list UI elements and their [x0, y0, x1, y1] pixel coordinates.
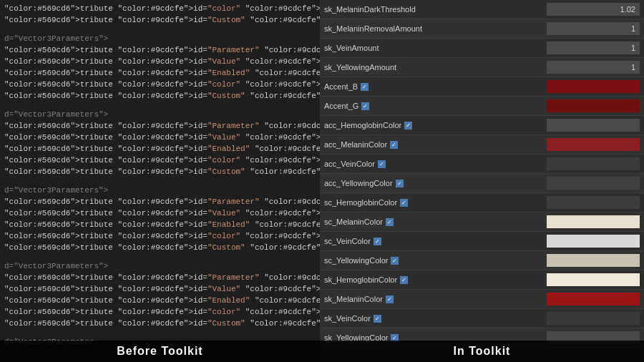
checkbox[interactable]: ✓ — [361, 83, 369, 91]
code-line: "color:#569cd6">tribute "color:#9cdcfe">… — [4, 242, 316, 253]
color-swatch[interactable] — [547, 312, 640, 325]
checkbox[interactable]: ✓ — [400, 276, 408, 284]
checkbox[interactable]: ✓ — [378, 160, 386, 168]
code-line — [4, 253, 316, 260]
code-line: "color:#569cd6">tribute "color:#9cdcfe">… — [4, 230, 316, 242]
checkbox[interactable]: ✓ — [396, 180, 404, 187]
prop-value-num[interactable]: 1 — [547, 41, 640, 54]
code-line: "color:#569cd6">tribute "color:#9cdcfe">… — [4, 56, 316, 67]
checkbox[interactable]: ✓ — [374, 238, 381, 245]
color-swatch[interactable] — [547, 235, 640, 248]
code-line: "color:#569cd6">tribute "color:#9cdcfe">… — [4, 318, 316, 329]
prop-row: Accent_G✓ — [320, 97, 644, 116]
code-line: "color:#569cd6">tribute "color:#9cdcfe">… — [4, 283, 316, 295]
prop-row: acc_VeinColor✓ — [320, 155, 644, 174]
right-panel: sk_MelaninDarkThreshold1.02sk_MelaninRem… — [320, 0, 644, 362]
prop-name-label: sk_YellowingAmount — [324, 63, 547, 72]
prop-name-label: acc_MelaninColor✓ — [324, 140, 547, 149]
prop-row: acc_HemoglobinColor✓ — [320, 116, 644, 135]
prop-row: acc_YellowingColor✓ — [320, 174, 644, 193]
prop-row: sc_YellowingColor✓ — [320, 251, 644, 270]
left-panel: "color:#569cd6">tribute "color:#9cdcfe">… — [0, 0, 320, 362]
prop-row: sc_HemoglobinColor✓ — [320, 193, 644, 212]
prop-value-num[interactable]: 1.02 — [547, 3, 640, 16]
code-line: d="Vector3Parameters"> — [4, 109, 316, 120]
checkbox[interactable]: ✓ — [404, 122, 412, 129]
code-line: d="Vector3Parameters"> — [4, 33, 316, 44]
color-swatch[interactable] — [547, 157, 640, 170]
left-footer: Before Toolkit — [0, 341, 320, 362]
code-line: "color:#569cd6">tribute "color:#9cdcfe">… — [4, 207, 316, 219]
code-line — [4, 329, 316, 336]
right-footer-text: In Toolkit — [454, 345, 511, 357]
prop-name-label: Accent_G✓ — [324, 102, 547, 110]
prop-name-label: acc_VeinColor✓ — [324, 160, 547, 168]
prop-name-label: sk_MelaninDarkThreshold — [324, 5, 547, 14]
code-line: d="Vector3Parameters"> — [4, 260, 316, 272]
color-swatch[interactable] — [547, 80, 640, 93]
prop-name-label: acc_YellowingColor✓ — [324, 179, 547, 187]
prop-name-label: acc_HemoglobinColor✓ — [324, 121, 547, 129]
prop-name-label: sc_YellowingColor✓ — [324, 256, 547, 265]
color-swatch[interactable] — [547, 99, 640, 112]
color-swatch[interactable] — [547, 138, 640, 151]
color-swatch[interactable] — [547, 254, 640, 267]
code-line: "color:#569cd6">tribute "color:#9cdcfe">… — [4, 295, 316, 306]
code-line: "color:#569cd6">tribute "color:#9cdcfe">… — [4, 14, 316, 26]
color-swatch[interactable] — [547, 273, 640, 286]
prop-row: sk_MelaninRemovalAmount1 — [320, 19, 644, 39]
code-line — [4, 102, 316, 109]
color-swatch[interactable] — [547, 119, 640, 132]
prop-name-label: sk_MelaninColor✓ — [324, 295, 547, 303]
prop-row: sk_YellowingAmount1 — [320, 58, 644, 77]
code-line: "color:#569cd6">tribute "color:#9cdcfe">… — [4, 196, 316, 207]
prop-name-label: sc_MelaninColor✓ — [324, 217, 547, 226]
checkbox[interactable]: ✓ — [374, 315, 381, 323]
code-line: "color:#569cd6">tribute "color:#9cdcfe">… — [4, 306, 316, 318]
prop-row: sk_MelaninDarkThreshold1.02 — [320, 0, 644, 19]
prop-row: sk_HemoglobinColor✓ — [320, 270, 644, 290]
prop-name-label: sk_MelaninRemovalAmount — [324, 24, 547, 33]
checkbox[interactable]: ✓ — [361, 102, 369, 110]
prop-name-label: sk_VeinAmount — [324, 44, 547, 52]
checkbox[interactable]: ✓ — [400, 199, 408, 207]
code-line: d="Vector3Parameters"> — [4, 185, 316, 196]
prop-name-label: sc_HemoglobinColor✓ — [324, 198, 547, 207]
prop-row: sk_VeinColor✓ — [320, 309, 644, 328]
prop-name-label: Accent_B✓ — [324, 82, 547, 91]
prop-row: Accent_B✓ — [320, 77, 644, 97]
code-line — [4, 177, 316, 185]
code-line: "color:#569cd6">tribute "color:#9cdcfe">… — [4, 219, 316, 230]
code-line: "color:#569cd6">tribute "color:#9cdcfe">… — [4, 272, 316, 283]
prop-name-label: sc_VeinColor✓ — [324, 237, 547, 245]
prop-value-num[interactable]: 1 — [547, 61, 640, 74]
checkbox[interactable]: ✓ — [390, 141, 398, 149]
color-swatch[interactable] — [547, 215, 640, 228]
code-line: "color:#569cd6">tribute "color:#9cdcfe">… — [4, 67, 316, 79]
prop-row: acc_MelaninColor✓ — [320, 135, 644, 155]
prop-value-num[interactable]: 1 — [547, 22, 640, 35]
color-swatch[interactable] — [547, 293, 640, 305]
prop-row: sc_MelaninColor✓ — [320, 212, 644, 232]
code-line: "color:#569cd6">tribute "color:#9cdcfe">… — [4, 143, 316, 155]
color-swatch[interactable] — [547, 177, 640, 190]
prop-row: sc_VeinColor✓ — [320, 232, 644, 251]
code-line: "color:#569cd6">tribute "color:#9cdcfe">… — [4, 79, 316, 90]
color-swatch[interactable] — [547, 196, 640, 209]
code-line: "color:#569cd6">tribute "color:#9cdcfe">… — [4, 90, 316, 102]
prop-row: sk_VeinAmount1 — [320, 39, 644, 58]
prop-row: sk_MelaninColor✓ — [320, 290, 644, 309]
right-footer: In Toolkit — [320, 341, 644, 362]
checkbox[interactable]: ✓ — [386, 295, 394, 303]
left-footer-text: Before Toolkit — [117, 345, 203, 357]
code-line: "color:#569cd6">tribute "color:#9cdcfe">… — [4, 3, 316, 14]
checkbox[interactable]: ✓ — [391, 257, 399, 265]
code-container: "color:#569cd6">tribute "color:#9cdcfe">… — [4, 3, 316, 348]
code-line: "color:#569cd6">tribute "color:#9cdcfe">… — [4, 166, 316, 177]
code-line — [4, 26, 316, 33]
code-line: "color:#569cd6">tribute "color:#9cdcfe">… — [4, 120, 316, 132]
checkbox[interactable]: ✓ — [386, 218, 394, 226]
code-line: "color:#569cd6">tribute "color:#9cdcfe">… — [4, 44, 316, 56]
prop-name-label: sk_VeinColor✓ — [324, 314, 547, 323]
code-line: "color:#569cd6">tribute "color:#9cdcfe">… — [4, 132, 316, 143]
